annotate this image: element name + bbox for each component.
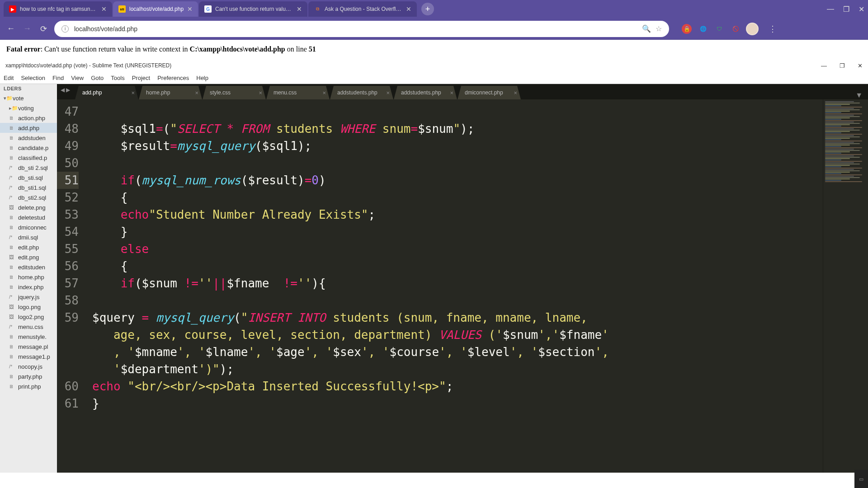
code-line[interactable]: { (92, 258, 823, 275)
browser-tab-stackoverflow[interactable]: ⧉ Ask a Question - Stack Overflow ✕ (308, 1, 417, 17)
sidebar-file[interactable]: /*db_sti2.sql (0, 192, 57, 202)
extension-icon[interactable]: 🛡 (714, 24, 724, 34)
browser-tab-youtube[interactable]: ▶ how to use nfc tag in samsung g ✕ (4, 1, 112, 17)
editor-tab[interactable]: home.php× (139, 86, 202, 99)
line-number[interactable]: 52 (57, 189, 79, 206)
editor-tab[interactable]: menu.css× (266, 86, 330, 99)
sidebar-file[interactable]: 🗎message1.p (0, 352, 57, 361)
browser-tab-localhost[interactable]: sti localhost/vote/add.php ✕ (113, 1, 198, 17)
line-number[interactable]: 51 (57, 172, 79, 189)
code-line[interactable]: if(mysql_num_rows($result)=0) (92, 172, 823, 189)
code-line[interactable]: } (92, 223, 823, 240)
sublime-titlebar[interactable]: xampp\htdocs\vote\add.php (vote) - Subli… (0, 59, 868, 72)
close-icon[interactable]: × (514, 89, 517, 96)
menu-find[interactable]: Find (52, 75, 64, 81)
code-line[interactable]: $query = mysql_query("INSERT INTO studen… (92, 309, 823, 326)
code-line[interactable]: , '$mname', '$lname', '$age', '$sex', '$… (92, 343, 823, 361)
close-button[interactable]: ✕ (859, 5, 864, 14)
line-number[interactable]: 56 (57, 258, 79, 275)
line-number[interactable]: 61 (57, 395, 79, 412)
sidebar-file[interactable]: /*menu.css (0, 322, 57, 332)
line-number[interactable]: 55 (57, 240, 79, 258)
menu-selection[interactable]: Selection (21, 75, 45, 81)
sidebar-folder-voting[interactable]: ▸📁voting (0, 103, 57, 113)
sidebar-file[interactable]: /*dmii.sql (0, 232, 57, 242)
line-number[interactable]: 58 (57, 292, 79, 309)
code-line[interactable]: $sql1=("SELECT * FROM students WHERE snu… (92, 120, 823, 137)
sidebar-file[interactable]: /*db_sti1.sql (0, 183, 57, 192)
menu-preferences[interactable]: Preferences (157, 75, 189, 81)
line-number[interactable] (57, 361, 79, 378)
close-icon[interactable]: × (322, 89, 326, 96)
close-button[interactable]: ✕ (858, 62, 863, 69)
close-icon[interactable]: × (386, 89, 390, 96)
line-number[interactable]: 47 (57, 103, 79, 120)
editor-tab[interactable]: dmiconnect.php× (458, 86, 521, 99)
code-line[interactable]: { (92, 189, 823, 206)
code-line[interactable]: age, sex, course, level, section, depart… (92, 326, 823, 343)
sidebar-file[interactable]: 🗎candidate.p (0, 143, 57, 153)
sidebar-file[interactable]: 🗎print.php (0, 381, 57, 391)
code-editor[interactable]: 47484950515253545556575859 6061 $sql1=("… (57, 99, 868, 473)
bookmark-icon[interactable]: ☆ (656, 24, 662, 33)
chrome-menu-button[interactable]: ⋮ (769, 24, 777, 34)
close-icon[interactable]: ✕ (297, 5, 302, 13)
sidebar-file[interactable]: 🗎deletestud (0, 212, 57, 222)
close-icon[interactable]: ✕ (101, 5, 107, 13)
profile-avatar[interactable] (746, 23, 759, 35)
sidebar-file[interactable]: 🗎addstuden (0, 133, 57, 143)
code-line[interactable]: '$department')"); (92, 361, 823, 378)
code-line[interactable] (92, 103, 823, 120)
editor-tab[interactable]: add.php× (75, 86, 138, 99)
code-line[interactable]: echo"Student Number Already Exists"; (92, 206, 823, 223)
maximize-button[interactable]: ❐ (840, 62, 845, 69)
sidebar-file[interactable]: 🗎home.php (0, 272, 57, 282)
line-number[interactable] (57, 343, 79, 361)
sidebar-file[interactable]: 🗎editstuden (0, 262, 57, 272)
line-number[interactable]: 60 (57, 378, 79, 395)
sidebar-file[interactable]: /*db_sti 2.sql (0, 163, 57, 173)
close-icon[interactable]: × (131, 89, 135, 96)
menu-edit[interactable]: Edit (4, 75, 14, 81)
sidebar-file[interactable]: 🗎menustyle. (0, 332, 57, 342)
close-icon[interactable]: × (195, 89, 198, 96)
code-line[interactable]: else (92, 240, 823, 258)
menu-tools[interactable]: Tools (111, 75, 124, 81)
sidebar-file[interactable]: 🗎party.php (0, 371, 57, 381)
sidebar-file[interactable]: 🗎index.php (0, 282, 57, 292)
minimize-button[interactable]: — (821, 62, 827, 69)
line-number[interactable] (57, 326, 79, 343)
taskbar-peek[interactable]: ▭ (854, 470, 868, 488)
extension-icon[interactable]: 🚫 (731, 24, 741, 34)
tab-overflow-button[interactable]: ▼ (850, 91, 868, 99)
line-number[interactable]: 50 (57, 155, 79, 172)
sidebar-folder-vote[interactable]: ▾📁vote (0, 93, 57, 103)
close-icon[interactable]: ✕ (187, 5, 193, 13)
sidebar-file[interactable]: 🗎dmiconnec (0, 222, 57, 232)
line-number[interactable]: 57 (57, 275, 79, 292)
code-line[interactable] (92, 292, 823, 309)
line-number[interactable]: 54 (57, 223, 79, 240)
code-line[interactable]: echo "<br/><br/><p>Data Inserted Success… (92, 378, 823, 395)
back-button[interactable]: ← (5, 24, 16, 33)
close-icon[interactable]: × (259, 89, 262, 96)
maximize-button[interactable]: ❐ (843, 5, 849, 14)
sidebar-file[interactable]: 🖼delete.png (0, 202, 57, 212)
line-number[interactable]: 48 (57, 120, 79, 137)
code-line[interactable] (92, 155, 823, 172)
sidebar-file[interactable]: 🗎classified.p (0, 153, 57, 163)
menu-project[interactable]: Project (132, 75, 150, 81)
menu-view[interactable]: View (71, 75, 84, 81)
editor-tab[interactable]: addstudents.php× (394, 86, 457, 99)
menu-goto[interactable]: Goto (91, 75, 104, 81)
new-tab-button[interactable]: + (421, 3, 434, 15)
extension-icon[interactable]: 🌐 (698, 24, 708, 34)
line-number[interactable]: 59 (57, 309, 79, 326)
browser-tab-google[interactable]: G Can't use function return value in ✕ (199, 1, 307, 17)
code-line[interactable]: $result=mysql_query($sql1); (92, 137, 823, 155)
code-line[interactable]: if($snum !=''||$fname !=''){ (92, 275, 823, 292)
sidebar-file[interactable]: /*db_sti.sql (0, 173, 57, 183)
sidebar-file[interactable]: 🖼logo.png (0, 302, 57, 312)
code-content[interactable]: $sql1=("SELECT * FROM students WHERE snu… (84, 99, 823, 473)
url-input[interactable] (74, 25, 642, 33)
